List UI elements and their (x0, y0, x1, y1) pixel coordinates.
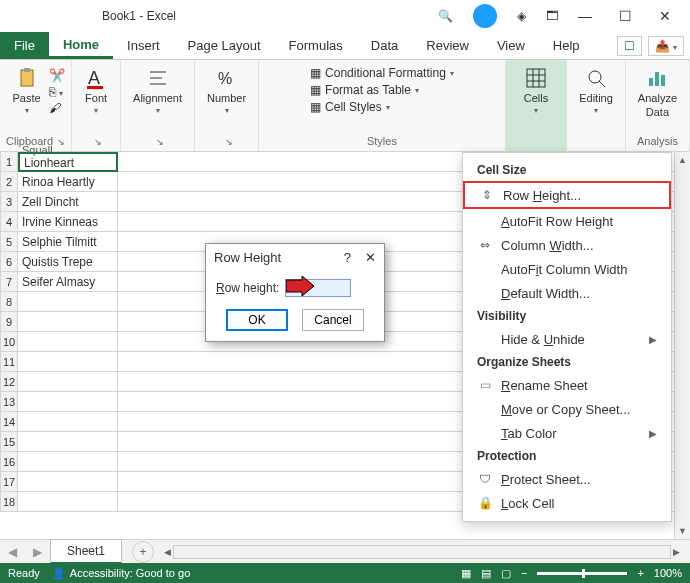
minimize-button[interactable]: — (574, 8, 596, 24)
cell-empty[interactable] (18, 292, 118, 312)
tab-file[interactable]: File (0, 32, 49, 59)
view-layout-icon[interactable]: ▤ (481, 567, 491, 580)
menu-protect-sheet[interactable]: 🛡 Protect Sheet... (463, 467, 671, 491)
group-cells: Cells ▾ (506, 60, 567, 151)
sheet-nav-next-icon[interactable]: ▶ (25, 545, 50, 559)
protect-icon: 🛡 (477, 471, 493, 487)
copy-icon[interactable]: ⎘ ▾ (49, 85, 65, 99)
group-alignment: Alignment ▾ ↘ (121, 60, 195, 151)
number-button[interactable]: % Number ▾ (201, 64, 252, 117)
red-arrow-icon (286, 276, 314, 296)
cell-styles-button[interactable]: ▦Cell Styles ▾ (310, 100, 390, 114)
tab-data[interactable]: Data (357, 34, 412, 57)
menu-default-width[interactable]: Default Width... (463, 281, 671, 305)
section-organize: Organize Sheets (463, 351, 671, 373)
comments-button[interactable]: ☐ (617, 36, 642, 56)
account-icon[interactable] (473, 4, 497, 28)
group-editing: Editing ▾ (567, 60, 626, 151)
vertical-scrollbar[interactable]: ▲ ▼ (674, 152, 690, 539)
format-painter-icon[interactable]: 🖌 (49, 101, 65, 115)
close-button[interactable]: ✕ (654, 8, 676, 24)
menu-hide-unhide[interactable]: Hide & Unhide ▶ (463, 327, 671, 351)
conditional-formatting-button[interactable]: ▦Conditional Formatting ▾ (310, 66, 454, 80)
row-height-dialog: Row Height ? ✕ Row height: OK Cancel (205, 243, 385, 342)
group-analysis: Analyze Data Analysis (626, 60, 690, 151)
tab-insert[interactable]: Insert (113, 34, 174, 57)
font-launcher-icon[interactable]: ↘ (94, 137, 102, 147)
menu-move-copy[interactable]: Move or Copy Sheet... (463, 397, 671, 421)
table-icon: ▦ (310, 83, 321, 97)
menu-tab-color[interactable]: Tab Color ▶ (463, 421, 671, 445)
number-launcher-icon[interactable]: ↘ (225, 137, 233, 147)
editing-icon (584, 66, 608, 90)
analyze-data-button[interactable]: Analyze Data (632, 64, 683, 120)
cells-format-menu: Cell Size ⇕ Row Height... AutoFit Row He… (462, 152, 672, 522)
cell-a7[interactable]: Seifer Almasy (18, 272, 118, 292)
menu-row-height[interactable]: ⇕ Row Height... (463, 181, 671, 209)
ok-button[interactable]: OK (226, 309, 288, 331)
svg-rect-16 (655, 72, 659, 86)
dialog-help-icon[interactable]: ? (344, 250, 351, 265)
clipboard-launcher-icon[interactable]: ↘ (57, 137, 65, 147)
app-icon[interactable]: ◈ (517, 9, 526, 23)
toolbox-icon[interactable]: 🗔 (546, 9, 558, 23)
tab-formulas[interactable]: Formulas (275, 34, 357, 57)
zoom-in-icon[interactable]: + (637, 567, 643, 579)
cell-a5[interactable]: Selphie Tilmitt (18, 232, 118, 252)
font-button[interactable]: A Font ▾ (78, 64, 114, 117)
svg-text:A: A (88, 68, 100, 88)
zoom-level[interactable]: 100% (654, 567, 682, 579)
scroll-down-icon[interactable]: ▼ (675, 523, 690, 539)
font-icon: A (84, 66, 108, 90)
svg-rect-15 (649, 78, 653, 86)
svg-rect-3 (87, 86, 103, 89)
alignment-icon (146, 66, 170, 90)
sheet-nav-prev-icon[interactable]: ◀ (0, 545, 25, 559)
cell-a3[interactable]: Zell Dincht (18, 192, 118, 212)
group-number: % Number ▾ ↘ (195, 60, 259, 151)
horizontal-scrollbar[interactable]: ◀ ▶ (164, 545, 680, 559)
alignment-button[interactable]: Alignment ▾ (127, 64, 188, 117)
cancel-button[interactable]: Cancel (302, 309, 364, 331)
menu-autofit-col[interactable]: AutoFit Column Width (463, 257, 671, 281)
cell-a4[interactable]: Irvine Kinneas (18, 212, 118, 232)
scroll-left-icon[interactable]: ◀ (164, 547, 171, 557)
cells-icon (524, 66, 548, 90)
cut-icon[interactable]: ✂️ (49, 68, 65, 83)
cell-a1[interactable]: Lionheart (18, 152, 118, 172)
format-as-table-button[interactable]: ▦Format as Table ▾ (310, 83, 419, 97)
paste-button[interactable]: Paste ▾ (6, 64, 46, 117)
cell-a2[interactable]: Rinoa Heartly (18, 172, 118, 192)
share-button[interactable]: 📤 ▾ (648, 36, 684, 56)
maximize-button[interactable]: ☐ (614, 8, 636, 24)
zoom-slider[interactable] (537, 572, 627, 575)
sheet-tab-1[interactable]: Sheet1 (50, 539, 122, 564)
menu-rename-sheet[interactable]: ▭ Rename Sheet (463, 373, 671, 397)
cell-a6[interactable]: Quistis Trepe (18, 252, 118, 272)
menu-column-width[interactable]: ⇔ Column Width... (463, 233, 671, 257)
scroll-right-icon[interactable]: ▶ (673, 547, 680, 557)
percent-icon: % (215, 66, 239, 90)
editing-button[interactable]: Editing ▾ (573, 64, 619, 117)
cells-button[interactable]: Cells ▾ (518, 64, 554, 117)
dialog-close-icon[interactable]: ✕ (365, 250, 376, 265)
tab-view[interactable]: View (483, 34, 539, 57)
alignment-launcher-icon[interactable]: ↘ (156, 137, 164, 147)
tab-page-layout[interactable]: Page Layout (174, 34, 275, 57)
tab-home[interactable]: Home (49, 33, 113, 59)
tab-help[interactable]: Help (539, 34, 594, 57)
menu-lock-cell[interactable]: 🔒 Lock Cell (463, 491, 671, 515)
search-icon[interactable]: 🔍 (438, 9, 453, 23)
menu-autofit-row[interactable]: AutoFit Row Height (463, 209, 671, 233)
scroll-up-icon[interactable]: ▲ (675, 152, 690, 168)
accessibility-status[interactable]: 👤 Accessibility: Good to go (52, 567, 190, 580)
row-headers[interactable]: 123456789101112131415161718 (0, 152, 18, 512)
tab-review[interactable]: Review (412, 34, 483, 57)
analyze-icon (645, 66, 669, 90)
zoom-out-icon[interactable]: − (521, 567, 527, 579)
view-pagebreak-icon[interactable]: ▢ (501, 567, 511, 580)
group-font: A Font ▾ ↘ (72, 60, 121, 151)
sheet-tabs: ◀ ▶ Sheet1 + ◀ ▶ (0, 539, 690, 563)
view-normal-icon[interactable]: ▦ (461, 567, 471, 580)
add-sheet-button[interactable]: + (132, 541, 154, 563)
